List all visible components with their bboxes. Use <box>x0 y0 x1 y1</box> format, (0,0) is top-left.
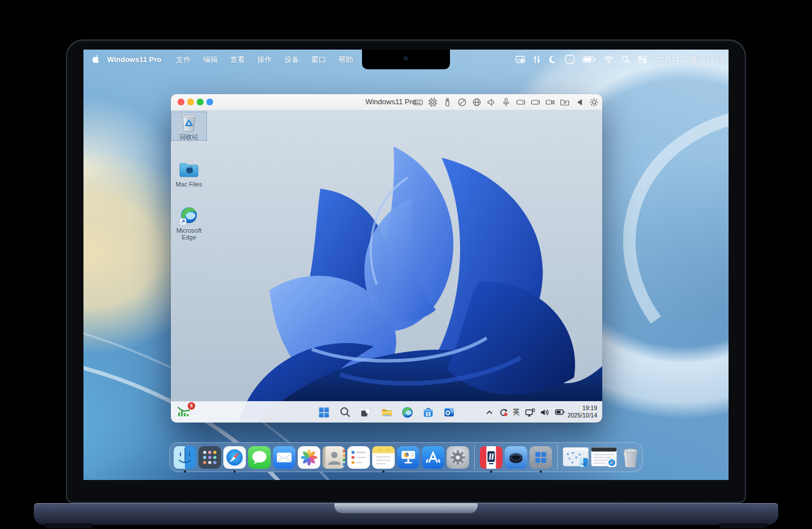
vm-toolbar <box>413 94 599 110</box>
dock-messages[interactable] <box>248 446 271 469</box>
display-notch <box>362 50 450 69</box>
windows-bloom-wallpaper <box>171 110 602 423</box>
widgets-stock-button[interactable]: 5 <box>176 404 193 421</box>
menu-window[interactable]: 窗口 <box>311 55 326 65</box>
menu-edit[interactable]: 编辑 <box>203 55 218 65</box>
dock-minimized-safari-window[interactable] <box>591 447 617 468</box>
microphone-icon[interactable] <box>501 97 511 107</box>
file-explorer-button[interactable] <box>379 405 394 419</box>
menu-devices[interactable]: 设备 <box>284 55 299 65</box>
tray-sync-alert-icon[interactable] <box>498 408 508 417</box>
running-indicator <box>540 470 542 473</box>
battery-icon[interactable] <box>582 56 596 63</box>
network-globe-icon[interactable] <box>472 97 482 107</box>
start-button[interactable] <box>317 405 331 419</box>
recycle-bin-icon <box>179 112 199 132</box>
dock-parallels-toolbox[interactable] <box>505 446 527 469</box>
input-source-icon[interactable]: A <box>565 55 575 64</box>
menu-bar-clock[interactable]: 10月14日 周二 19:19 <box>656 55 724 65</box>
dock-divider <box>557 445 558 470</box>
volume-icon[interactable] <box>487 97 496 107</box>
edge-icon <box>179 206 199 226</box>
mac-files-folder-icon <box>179 159 199 180</box>
desktop-icon-label: 回收站 <box>180 134 198 140</box>
desktop-icon-label: Mac Files <box>175 181 202 188</box>
edge-button[interactable] <box>400 405 414 419</box>
tray-chevron-up-icon[interactable] <box>486 409 493 416</box>
rubber-foot-right <box>718 523 768 528</box>
close-button[interactable] <box>178 99 184 105</box>
rubber-foot-left <box>44 523 94 528</box>
dock-reminders[interactable] <box>347 446 370 469</box>
dock-notes[interactable] <box>372 446 395 469</box>
focus-moon-icon[interactable] <box>549 55 557 64</box>
dock-keynote[interactable] <box>397 446 420 469</box>
video-camera-icon[interactable] <box>545 97 555 107</box>
toolbox-sliders-icon[interactable] <box>533 55 541 64</box>
dock-mail[interactable] <box>273 446 295 469</box>
svg-text:A: A <box>568 56 572 63</box>
camera-off-icon[interactable] <box>457 97 467 107</box>
notification-badge: 5 <box>187 402 196 410</box>
lid-notch-lip <box>334 503 478 513</box>
outlook-button[interactable] <box>442 405 456 419</box>
apple-menu-icon[interactable] <box>92 55 100 64</box>
dock-windows11-app[interactable] <box>529 446 552 469</box>
dock-contacts[interactable] <box>323 446 345 469</box>
parallels-vm-window: Windows11 Pro <box>171 94 602 423</box>
spotlight-search-icon[interactable] <box>621 55 630 64</box>
tray-input-language[interactable]: 英 <box>513 407 520 417</box>
control-center-icon[interactable] <box>638 55 647 64</box>
menu-file[interactable]: 文件 <box>176 55 191 65</box>
dock-app-store[interactable] <box>422 446 444 469</box>
coherence-button[interactable] <box>206 99 213 105</box>
dock-trash[interactable] <box>619 446 642 469</box>
menu-help[interactable]: 帮助 <box>338 55 353 65</box>
task-view-button[interactable] <box>359 405 373 419</box>
usb-icon[interactable] <box>443 97 452 107</box>
shared-folder-icon[interactable] <box>560 97 570 107</box>
taskbar-clock[interactable]: 19:19 2025/10/14 <box>566 404 597 419</box>
camera-dot <box>404 56 408 60</box>
search-button[interactable] <box>338 405 352 419</box>
menu-view[interactable]: 查看 <box>230 55 245 65</box>
windows-taskbar: 5 <box>171 401 602 423</box>
macos-dock <box>169 442 643 472</box>
active-app-name[interactable]: Windows11 Pro <box>107 55 161 64</box>
keyboard-icon[interactable] <box>413 97 423 107</box>
desktop-icon-mac-files[interactable]: Mac Files <box>171 159 206 188</box>
dock-system-settings[interactable] <box>447 446 469 469</box>
taskbar-center <box>317 402 456 423</box>
taskbar-date: 2025/10/14 <box>566 412 597 419</box>
desktop-icon-microsoft-edge[interactable]: Microsoft Edge <box>171 206 206 241</box>
hard-disk-2-icon[interactable] <box>531 97 540 107</box>
desktop-icon-recycle-bin[interactable]: 回收站 <box>171 112 206 140</box>
dock-safari[interactable] <box>223 446 246 469</box>
dock-divider <box>474 445 475 470</box>
tray-volume-icon[interactable] <box>540 408 550 417</box>
windows-desktop: 回收站 Mac Files <box>171 110 602 423</box>
taskbar-time: 19:19 <box>566 404 597 412</box>
dock-launchpad[interactable] <box>198 446 221 469</box>
dock-minimized-finder-window[interactable] <box>563 447 589 468</box>
dock-parallels-desktop[interactable] <box>480 446 502 469</box>
menu-actions[interactable]: 操作 <box>257 55 272 65</box>
settings-gear-icon[interactable] <box>589 97 599 107</box>
running-indicator <box>382 470 385 473</box>
tray-battery-icon[interactable] <box>555 408 565 416</box>
tray-display-icon[interactable] <box>525 408 535 417</box>
dock-photos[interactable] <box>298 446 320 469</box>
dock-finder[interactable] <box>174 446 196 469</box>
fullscreen-button[interactable] <box>197 99 204 105</box>
parallels-status-icon[interactable] <box>515 55 525 64</box>
minimize-button[interactable] <box>187 99 194 105</box>
hard-disk-1-icon[interactable] <box>516 97 526 107</box>
macbook-base <box>34 503 778 525</box>
hide-toolbar-icon[interactable] <box>575 97 584 107</box>
wifi-icon[interactable] <box>604 56 614 63</box>
system-tray: 英 <box>486 402 566 423</box>
microsoft-store-button[interactable] <box>421 405 435 419</box>
macos-desktop: Windows11 Pro 文件 编辑 查看 操作 设备 窗口 帮助 <box>83 50 729 480</box>
cpu-icon[interactable] <box>428 97 438 107</box>
desktop-icon-label: Microsoft Edge <box>173 227 205 241</box>
